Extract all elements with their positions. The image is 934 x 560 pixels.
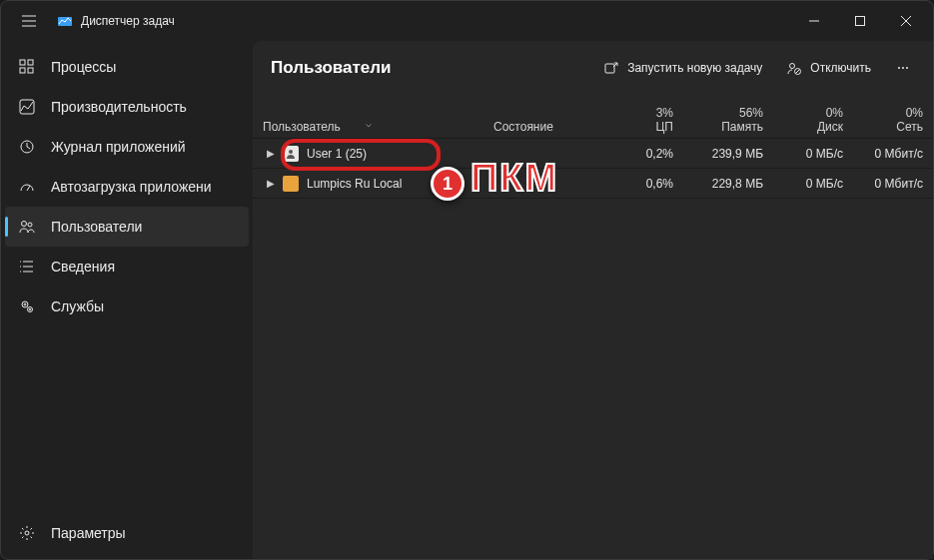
- table-row[interactable]: ▶ User 1 (25) 0,2% 239,9 МБ 0 МБ/с 0 Мби…: [253, 139, 933, 169]
- page-title: Пользователи: [271, 58, 392, 78]
- sidebar-item-label: Производительность: [51, 99, 187, 115]
- more-button[interactable]: [885, 52, 921, 84]
- svg-rect-15: [605, 64, 614, 73]
- list-icon: [17, 257, 37, 277]
- user-disk: 0 МБ/с: [773, 147, 853, 161]
- svg-point-19: [902, 67, 904, 69]
- gears-icon: [17, 296, 37, 316]
- users-table: ⌵ Пользователь Состояние 3% ЦП 56% Памят…: [253, 95, 933, 559]
- user-icon: [283, 146, 299, 162]
- run-task-label: Запустить новую задачу: [627, 61, 762, 75]
- titlebar: Диспетчер задач: [1, 1, 933, 41]
- svg-point-21: [289, 150, 293, 154]
- table-header: ⌵ Пользователь Состояние 3% ЦП 56% Памят…: [253, 95, 933, 139]
- svg-rect-1: [856, 17, 865, 26]
- sort-icon: ⌵: [366, 118, 372, 129]
- menu-button[interactable]: [9, 1, 49, 41]
- sidebar-item-label: Процессы: [51, 59, 116, 75]
- svg-rect-3: [28, 60, 33, 65]
- gear-icon: [17, 523, 37, 543]
- sidebar-item-app-history[interactable]: Журнал приложений: [5, 127, 249, 167]
- user-name: User 1 (25): [307, 147, 367, 161]
- sidebar-item-processes[interactable]: Процессы: [5, 47, 249, 87]
- sidebar-item-label: Журнал приложений: [51, 139, 186, 155]
- expand-icon[interactable]: ▶: [263, 178, 279, 189]
- column-user[interactable]: ⌵ Пользователь: [253, 120, 483, 134]
- svg-rect-4: [20, 68, 25, 73]
- svg-point-12: [24, 303, 26, 305]
- svg-rect-6: [20, 100, 34, 114]
- gauge-icon: [17, 177, 37, 197]
- svg-point-14: [25, 531, 29, 535]
- sidebar-item-label: Службы: [51, 298, 104, 314]
- user-icon: [283, 176, 299, 192]
- sidebar-item-label: Сведения: [51, 259, 115, 275]
- app-title: Диспетчер задач: [81, 14, 175, 28]
- task-manager-window: Диспетчер задач Процессы Производительно…: [0, 0, 934, 560]
- svg-point-10: [22, 301, 28, 307]
- user-cpu: 0,2%: [613, 147, 683, 161]
- svg-rect-5: [28, 68, 33, 73]
- more-icon: [896, 61, 910, 75]
- expand-icon[interactable]: ▶: [263, 148, 279, 159]
- app-icon: [57, 13, 73, 29]
- table-row[interactable]: ▶ Lumpics Ru Local 0,6% 229,8 МБ 0 МБ/с …: [253, 169, 933, 199]
- user-disk: 0 МБ/с: [773, 177, 853, 191]
- sidebar-item-label: Параметры: [51, 525, 126, 541]
- svg-point-8: [22, 222, 27, 227]
- main-panel: Пользователи Запустить новую задачу Откл…: [253, 41, 933, 559]
- sidebar-item-label: Автозагрузка приложени: [51, 179, 212, 195]
- sidebar-item-startup[interactable]: Автозагрузка приложени: [5, 167, 249, 207]
- sidebar-item-label: Пользователи: [51, 219, 142, 235]
- maximize-button[interactable]: [837, 5, 883, 37]
- svg-point-16: [790, 64, 795, 69]
- svg-point-18: [898, 67, 900, 69]
- svg-point-9: [28, 223, 32, 227]
- svg-rect-2: [20, 60, 25, 65]
- user-net: 0 Мбит/с: [853, 177, 933, 191]
- users-icon: [17, 217, 37, 237]
- run-task-button[interactable]: Запустить новую задачу: [593, 52, 772, 84]
- column-cpu[interactable]: 3% ЦП: [613, 106, 683, 134]
- chart-icon: [17, 97, 37, 117]
- column-memory[interactable]: 56% Память: [683, 106, 773, 134]
- sidebar-item-performance[interactable]: Производительность: [5, 87, 249, 127]
- toolbar: Пользователи Запустить новую задачу Откл…: [253, 41, 933, 95]
- annotation-badge: 1: [431, 167, 465, 201]
- disconnect-button[interactable]: Отключить: [776, 52, 881, 84]
- sidebar-item-services[interactable]: Службы: [5, 286, 249, 326]
- user-net: 0 Мбит/с: [853, 147, 933, 161]
- svg-point-11: [28, 307, 33, 312]
- user-mem: 229,8 МБ: [683, 177, 773, 191]
- close-button[interactable]: [883, 5, 929, 37]
- column-network[interactable]: 0% Сеть: [853, 106, 933, 134]
- sidebar-item-users[interactable]: Пользователи: [5, 207, 249, 247]
- run-task-icon: [603, 60, 619, 76]
- column-disk[interactable]: 0% Диск: [773, 106, 853, 134]
- column-state[interactable]: Состояние: [483, 120, 613, 134]
- annotation-text: ПКМ: [470, 157, 558, 200]
- sidebar: Процессы Производительность Журнал прило…: [1, 41, 253, 559]
- minimize-button[interactable]: [791, 5, 837, 37]
- disconnect-icon: [786, 60, 802, 76]
- grid-icon: [17, 57, 37, 77]
- sidebar-item-details[interactable]: Сведения: [5, 247, 249, 286]
- user-mem: 239,9 МБ: [683, 147, 773, 161]
- disconnect-label: Отключить: [810, 61, 871, 75]
- user-cpu: 0,6%: [613, 177, 683, 191]
- svg-point-20: [906, 67, 908, 69]
- sidebar-item-settings[interactable]: Параметры: [5, 513, 249, 553]
- history-icon: [17, 137, 37, 157]
- svg-point-13: [29, 308, 31, 310]
- user-name: Lumpics Ru Local: [307, 177, 402, 191]
